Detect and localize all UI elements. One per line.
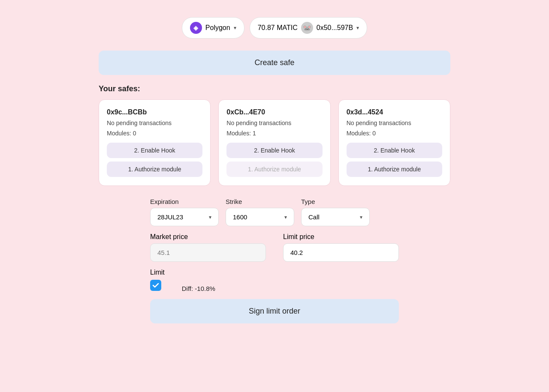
limit-price-field: Limit price: [283, 233, 399, 262]
polygon-icon: ◈: [190, 22, 202, 34]
limit-diff-row: Limit Diff: -10.8%: [150, 269, 399, 292]
chevron-down-icon: ▾: [360, 214, 362, 220]
chevron-down-icon: ▾: [234, 25, 236, 31]
safe-modules: Modules: 1: [226, 130, 322, 137]
strike-value: 1600: [233, 213, 247, 221]
authorize-module-button-3[interactable]: 1. Authorize module: [347, 162, 442, 177]
safe-card-2: 0xCb...4E70 No pending transactions Modu…: [218, 99, 330, 186]
authorize-module-button-1[interactable]: 1. Authorize module: [107, 162, 202, 177]
wallet-selector[interactable]: 70.87 MATIC 🐭 0x50...597B ▾: [250, 17, 367, 39]
enable-hook-button-1[interactable]: 2. Enable Hook: [107, 143, 202, 158]
limit-price-input[interactable]: [283, 243, 399, 262]
safe-card-3: 0x3d...4524 No pending transactions Modu…: [338, 99, 450, 186]
your-safes-label: Your safes:: [99, 84, 450, 93]
safe-status: No pending transactions: [226, 120, 322, 126]
expiration-field: Expiration 28JUL23 ▾: [150, 198, 219, 226]
wallet-avatar: 🐭: [301, 22, 313, 34]
market-price-label: Market price: [150, 233, 266, 241]
enable-hook-button-2[interactable]: 2. Enable Hook: [226, 143, 322, 158]
expiration-label: Expiration: [150, 198, 219, 205]
price-row: Market price Limit price: [150, 233, 399, 262]
type-field: Type Call ▾: [301, 198, 370, 226]
type-label: Type: [301, 198, 370, 205]
top-bar: ◈ Polygon ▾ 70.87 MATIC 🐭 0x50...597B ▾: [182, 17, 367, 39]
create-safe-button[interactable]: Create safe: [99, 51, 450, 75]
expiration-select[interactable]: 28JUL23 ▾: [150, 208, 219, 226]
wallet-address: 0x50...597B: [317, 24, 353, 32]
network-selector[interactable]: ◈ Polygon ▾: [182, 17, 244, 39]
safe-address: 0xCb...4E70: [226, 108, 322, 116]
market-price-input: [150, 243, 266, 262]
options-row: Expiration 28JUL23 ▾ Strike 1600 ▾ Type …: [150, 198, 399, 226]
sign-limit-order-button[interactable]: Sign limit order: [150, 299, 399, 323]
safe-address: 0x3d...4524: [347, 108, 442, 116]
checkmark-icon: [152, 282, 159, 289]
network-label: Polygon: [205, 24, 230, 32]
authorize-module-button-2: 1. Authorize module: [226, 162, 322, 177]
market-price-field: Market price: [150, 233, 266, 262]
safe-status: No pending transactions: [347, 120, 442, 126]
safe-modules: Modules: 0: [107, 130, 202, 137]
strike-label: Strike: [226, 198, 294, 205]
chevron-down-icon: ▾: [356, 25, 359, 31]
strike-field: Strike 1600 ▾: [226, 198, 294, 226]
enable-hook-button-3[interactable]: 2. Enable Hook: [347, 143, 442, 158]
limit-checkbox[interactable]: [150, 280, 161, 291]
limit-price-label: Limit price: [283, 233, 399, 241]
diff-label: Diff: -10.8%: [182, 281, 399, 292]
type-select[interactable]: Call ▾: [301, 208, 370, 226]
chevron-down-icon: ▾: [209, 214, 211, 220]
limit-col: Limit: [150, 269, 165, 291]
chevron-down-icon: ▾: [284, 214, 287, 220]
expiration-value: 28JUL23: [157, 213, 183, 221]
safe-modules: Modules: 0: [347, 130, 442, 137]
safe-address: 0x9c...BCBb: [107, 108, 202, 116]
safe-card-1: 0x9c...BCBb No pending transactions Modu…: [99, 99, 211, 186]
limit-label: Limit: [150, 269, 165, 276]
safes-grid: 0x9c...BCBb No pending transactions Modu…: [99, 99, 450, 186]
form-section: Expiration 28JUL23 ▾ Strike 1600 ▾ Type …: [150, 198, 399, 323]
balance-label: 70.87 MATIC: [258, 24, 298, 32]
strike-select[interactable]: 1600 ▾: [226, 208, 294, 226]
type-value: Call: [308, 213, 320, 221]
safe-status: No pending transactions: [107, 120, 202, 126]
diff-col: Diff: -10.8%: [182, 269, 399, 292]
